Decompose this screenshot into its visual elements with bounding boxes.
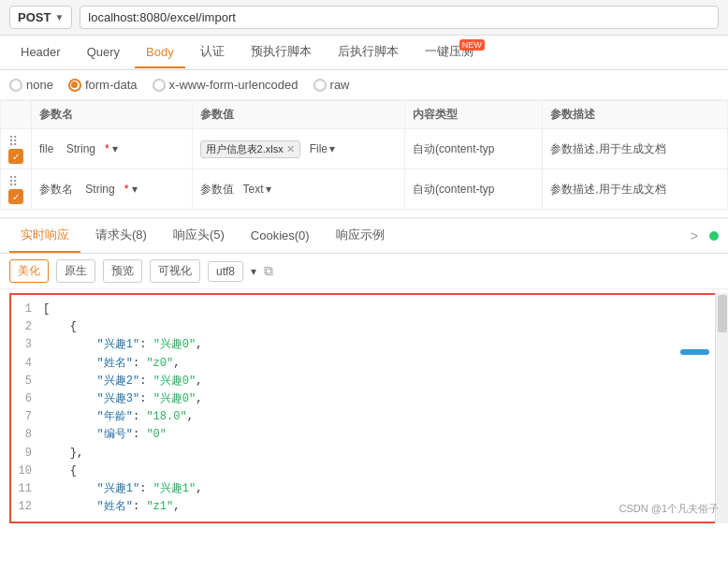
line-num-12: 12 [11, 498, 39, 516]
row1-desc[interactable]: 参数描述,用于生成文档 [550, 142, 665, 155]
row2-name[interactable]: 参数名 [39, 183, 73, 196]
radio-urlencoded [153, 79, 166, 92]
line-num-6: 6 [11, 390, 39, 408]
tab-realtime[interactable]: 实时响应 [9, 219, 80, 253]
tab-pre-script[interactable]: 预执行脚本 [240, 36, 323, 69]
tab-response-headers[interactable]: 响应头(5) [162, 219, 236, 253]
line-content-5: "兴趣2": "兴趣0", [39, 373, 717, 390]
line-content-8: "编号": "0" [39, 426, 717, 444]
view-options: 美化 原生 预览 可视化 utf8 ▾ ⧉ [0, 254, 728, 289]
line-content-6: "兴趣3": "兴趣0", [39, 390, 717, 408]
option-none[interactable]: none [9, 78, 53, 92]
code-line-4: 4 "姓名": "z0", [11, 355, 717, 373]
line-content-12: "姓名": "z1", [39, 498, 717, 516]
row2-type-select[interactable]: Text ▾ [243, 183, 271, 196]
table-row: ⠿ ✓ file String * ▾ 用户信息表2.xlsx ✕ [1, 129, 728, 169]
view-preview[interactable]: 预览 [103, 259, 142, 283]
method-label: POST [18, 10, 51, 24]
method-arrow: ▼ [54, 12, 64, 22]
line-content-9: }, [39, 445, 717, 463]
right-scrollbar[interactable] [715, 293, 728, 523]
line-content-10: { [39, 463, 717, 480]
col-param-desc: 参数描述 [543, 101, 728, 129]
tab-cookies[interactable]: Cookies(0) [240, 221, 321, 252]
method-select[interactable]: POST ▼ [9, 6, 72, 29]
code-line-8: 8 "编号": "0" [11, 426, 717, 444]
tab-query[interactable]: Query [76, 37, 131, 68]
row1-name[interactable]: file [39, 142, 53, 155]
copy-icon[interactable]: ⧉ [264, 263, 273, 279]
row2-desc[interactable]: 参数描述,用于生成文档 [550, 183, 665, 196]
tab-body[interactable]: Body [135, 37, 185, 68]
drag-handle-2: ⠿ [8, 174, 18, 189]
row2-type: String [85, 183, 114, 196]
tab-post-script[interactable]: 后执行脚本 [327, 36, 410, 69]
row2-value[interactable]: 参数值 [200, 183, 234, 196]
line-content-11: "兴趣1": "兴趣1", [39, 480, 717, 498]
new-badge: NEW [459, 39, 485, 51]
code-line-11: 11 "兴趣1": "兴趣1", [11, 480, 717, 498]
line-num-4: 4 [11, 355, 39, 373]
col-content-type: 内容类型 [405, 101, 543, 129]
option-raw[interactable]: raw [313, 78, 350, 92]
line-num-1: 1 [11, 301, 39, 318]
watermark: CSDN @1个凡夫俗子 [619, 502, 719, 516]
line-num-5: 5 [11, 373, 39, 390]
col-param-value: 参数值 [192, 101, 405, 129]
code-line-2: 2 { [11, 318, 717, 336]
view-visualize[interactable]: 可视化 [150, 259, 200, 283]
row1-type-select[interactable]: File ▾ [310, 142, 335, 155]
line-num-10: 10 [11, 463, 39, 480]
line-num-2: 2 [11, 318, 39, 336]
tab-header[interactable]: Header [9, 37, 72, 68]
view-raw[interactable]: 原生 [56, 259, 95, 283]
line-content-4: "姓名": "z0", [39, 355, 717, 373]
row2-checkbox[interactable]: ✓ [8, 189, 23, 204]
expand-arrow[interactable]: > [691, 228, 698, 243]
col-param-name: 参数名 [32, 101, 193, 129]
line-num-8: 8 [11, 426, 39, 444]
row1-type: String [66, 142, 95, 155]
row1-required: * [105, 142, 109, 155]
scrollbar-thumb [718, 295, 727, 332]
body-options: none form-data x-www-form-urlencoded raw [0, 70, 728, 100]
tab-request-headers[interactable]: 请求头(8) [84, 219, 158, 253]
line-num-3: 3 [11, 336, 39, 354]
tab-auth[interactable]: 认证 [189, 36, 236, 69]
line-content-1: [ [39, 301, 717, 318]
response-tabs: 实时响应 请求头(8) 响应头(5) Cookies(0) 响应示例 > [0, 219, 728, 254]
view-beautify[interactable]: 美化 [9, 259, 49, 283]
params-table: 参数名 参数值 内容类型 参数描述 ⠿ ✓ file String * [0, 100, 728, 210]
row2-auto-type: 自动(content-typ [413, 183, 494, 196]
row1-remove-file[interactable]: ✕ [286, 143, 295, 155]
code-line-1: 1 [ [11, 301, 717, 318]
status-dot [709, 231, 719, 241]
row1-auto-type: 自动(content-typ [413, 142, 494, 155]
row2-required: * [124, 183, 129, 196]
code-line-5: 5 "兴趣2": "兴趣0", [11, 373, 717, 390]
row1-checkbox[interactable]: ✓ [8, 149, 23, 164]
code-line-12: 12 "姓名": "z1", [11, 498, 717, 516]
return-button[interactable]: 返 [680, 349, 709, 355]
scroll-area: 1 [ 2 { 3 "兴趣1": "兴趣0", 4 "姓名": "z0", 5 … [0, 293, 728, 523]
tab-perf-test[interactable]: 一键压测 NEW [414, 36, 485, 69]
line-num-11: 11 [11, 480, 39, 498]
tab-response-example[interactable]: 响应示例 [325, 219, 396, 253]
view-encoding[interactable]: utf8 [208, 261, 243, 282]
url-bar: POST ▼ [0, 0, 728, 36]
line-num-7: 7 [11, 408, 39, 426]
line-content-7: "年龄": "18.0", [39, 408, 717, 426]
radio-none [9, 79, 22, 92]
code-line-10: 10 { [11, 463, 717, 480]
code-view: 1 [ 2 { 3 "兴趣1": "兴趣0", 4 "姓名": "z0", 5 … [9, 293, 719, 523]
response-section: 实时响应 请求头(8) 响应头(5) Cookies(0) 响应示例 > 美化 … [0, 217, 728, 523]
code-line-9: 9 }, [11, 445, 717, 463]
option-urlencoded[interactable]: x-www-form-urlencoded [153, 78, 298, 92]
line-content-3: "兴趣1": "兴趣0", [39, 336, 717, 354]
option-form-data[interactable]: form-data [68, 78, 138, 92]
url-input[interactable] [80, 6, 719, 29]
line-content-2: { [39, 318, 717, 336]
radio-raw [313, 79, 327, 92]
drag-handle: ⠿ [8, 134, 18, 149]
table-row: ⠿ ✓ 参数名 String * ▾ 参数值 Text ▾ [1, 169, 728, 210]
